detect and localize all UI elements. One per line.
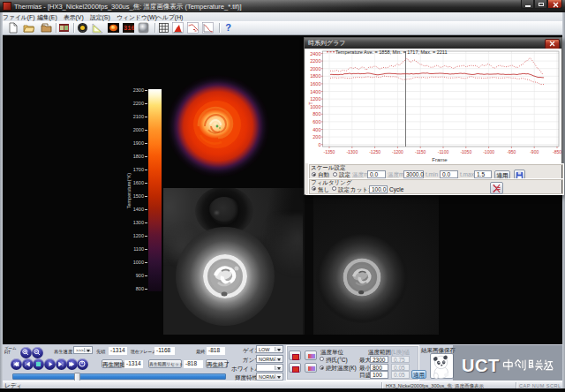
svg-text:800: 800 <box>313 111 320 117</box>
svg-text:-1200: -1200 <box>392 149 403 155</box>
svg-text:-900: -900 <box>530 149 539 155</box>
svg-text:-1250: -1250 <box>369 149 380 155</box>
svg-text:-1350: -1350 <box>324 149 335 155</box>
svg-text:Temperature Ave. = 1858, Min.: Temperature Ave. = 1858, Min. = 1717, Ma… <box>335 49 448 55</box>
svg-text:Frame: Frame <box>432 157 448 162</box>
svg-text:1800: 1800 <box>310 73 320 79</box>
svg-text:2000: 2000 <box>310 66 320 72</box>
svg-text:-1000: -1000 <box>483 149 494 155</box>
svg-text:200: 200 <box>313 134 320 139</box>
svg-text:400: 400 <box>313 127 320 132</box>
svg-text:-850: -850 <box>553 149 561 155</box>
svg-text:-1050: -1050 <box>460 149 471 155</box>
svg-text:Temperature(°K): Temperature(°K) <box>126 173 132 209</box>
svg-text:-1150: -1150 <box>415 149 426 155</box>
svg-text:-1300: -1300 <box>346 149 358 155</box>
svg-text:600: 600 <box>313 119 320 124</box>
svg-text:2200: 2200 <box>310 58 320 64</box>
svg-text:2400: 2400 <box>310 51 320 57</box>
svg-text:1200: 1200 <box>310 96 320 102</box>
svg-text:1400: 1400 <box>310 89 320 94</box>
svg-text:-950: -950 <box>507 149 516 155</box>
svg-text:316: 316 <box>124 25 134 32</box>
svg-text:-1100: -1100 <box>438 149 449 155</box>
svg-text:T: T <box>308 102 313 105</box>
svg-text:1600: 1600 <box>310 81 320 87</box>
svg-text:0: 0 <box>318 142 320 147</box>
